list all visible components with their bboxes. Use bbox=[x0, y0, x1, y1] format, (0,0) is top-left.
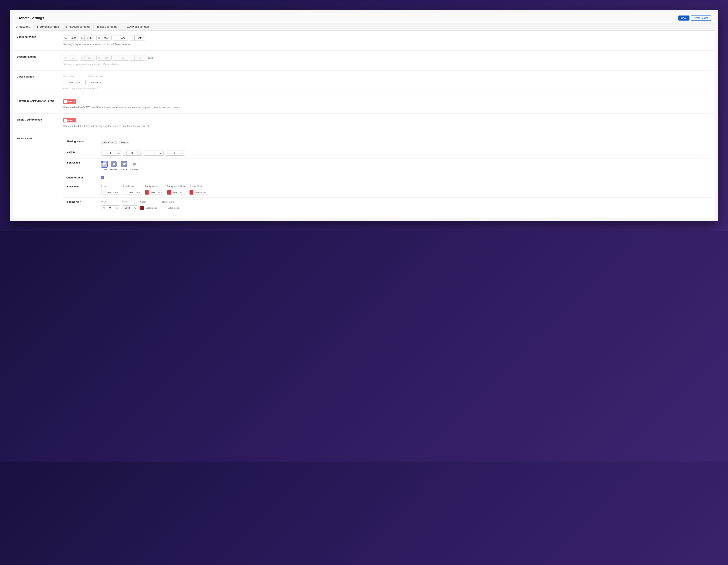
twitter-icon bbox=[101, 161, 107, 167]
arrow-right-icon: → bbox=[123, 151, 127, 155]
section-padding-laptop bbox=[80, 55, 95, 61]
sharing-media-label: Sharing Media bbox=[66, 140, 101, 143]
svg-rect-8 bbox=[115, 37, 116, 39]
sharing-media-tags[interactable]: Facebook× Twitter× bbox=[101, 140, 708, 145]
tab-general[interactable]: GENERAL bbox=[13, 23, 33, 31]
reset-section-button[interactable]: Reset Section bbox=[691, 15, 711, 21]
main-color-label: Main Color bbox=[63, 75, 82, 78]
tools-icon bbox=[16, 26, 18, 28]
laptop-icon bbox=[80, 55, 85, 60]
section-padding-desktop bbox=[63, 55, 78, 61]
desktop-icon bbox=[63, 35, 68, 40]
svg-rect-1 bbox=[65, 27, 67, 27]
single-country-label: Single Country Mode bbox=[17, 118, 63, 127]
container-width-mobile-input[interactable] bbox=[135, 35, 145, 40]
svg-rect-14 bbox=[98, 57, 100, 58]
tab-page[interactable]: PAGE SETTINGS bbox=[94, 23, 120, 30]
container-width-desktop-input[interactable] bbox=[68, 35, 78, 40]
svg-rect-7 bbox=[98, 37, 100, 39]
margin-left[interactable]: ← px bbox=[165, 150, 185, 155]
recaptcha-desc: When enabled, reCAPTCHA will be activate… bbox=[63, 106, 711, 109]
single-country-desc: When enabled, the forms will display onl… bbox=[63, 125, 711, 127]
list-icon bbox=[65, 26, 68, 28]
container-width-desc: Set plugin pages container maximum width… bbox=[63, 43, 711, 46]
icon-hover-color-picker[interactable]: Select Color bbox=[123, 190, 142, 195]
container-width-tablet-portrait-input[interactable] bbox=[118, 35, 128, 40]
section-padding-mobile bbox=[130, 55, 145, 61]
save-button[interactable]: Save bbox=[678, 15, 689, 21]
icon-shape-square[interactable]: Square bbox=[121, 161, 127, 170]
container-width-laptop[interactable] bbox=[80, 35, 95, 41]
main-border-color-label: Main Border Color bbox=[85, 75, 104, 78]
background-hover-color-picker[interactable]: Select Color bbox=[167, 190, 186, 195]
container-width-label: Container Width bbox=[17, 35, 63, 46]
icon-shape-icon-only[interactable]: Icon only bbox=[130, 161, 138, 170]
page-icon bbox=[97, 26, 99, 28]
section-padding-desc: Set plugin pages section padding in diff… bbox=[63, 63, 711, 66]
drop-icon bbox=[36, 26, 39, 28]
icon-color-picker[interactable]: Select Color bbox=[101, 190, 120, 195]
border-width-input[interactable]: ⬚ px bbox=[101, 205, 119, 210]
tab-request[interactable]: REQUEST SETTINGS bbox=[62, 23, 94, 30]
tablet-portrait-icon bbox=[113, 35, 118, 40]
tag-remove-icon[interactable]: × bbox=[114, 141, 115, 143]
sliders-icon bbox=[124, 26, 126, 28]
tablet-portrait-icon bbox=[113, 55, 118, 60]
margin-bottom[interactable]: ↓ px bbox=[144, 150, 164, 155]
container-width-tablet-portrait[interactable] bbox=[113, 35, 128, 41]
tag-remove-icon[interactable]: × bbox=[127, 141, 128, 143]
border-hover-color-picker-2[interactable]: Select Color bbox=[162, 205, 181, 210]
tab-donor[interactable]: DONOR SETTINGS bbox=[33, 23, 62, 30]
mobile-icon bbox=[130, 35, 135, 40]
container-width-desktop[interactable] bbox=[63, 35, 78, 41]
mobile-icon bbox=[130, 55, 135, 60]
tab-advance[interactable]: ADVANCE SETTINGS bbox=[120, 23, 152, 30]
icon-shape-circle[interactable]: Circle bbox=[101, 161, 107, 170]
container-width-tablet-landscape[interactable] bbox=[96, 35, 112, 41]
margin-top[interactable]: ↑ px bbox=[101, 150, 121, 155]
color-settings-desc: Basic color palette for elements bbox=[63, 87, 711, 90]
background-color-picker[interactable]: Select Color bbox=[145, 190, 164, 195]
toggle-knob bbox=[64, 100, 67, 103]
tablet-landscape-icon bbox=[97, 35, 101, 40]
main-border-color-picker[interactable]: Select Color bbox=[85, 80, 104, 85]
tabs-bar: GENERAL DONOR SETTINGS REQUEST SETTINGS … bbox=[13, 23, 715, 31]
single-country-toggle[interactable]: DISABLE bbox=[63, 118, 76, 122]
border-hover-color-picker[interactable]: Select Color bbox=[189, 190, 208, 195]
svg-rect-2 bbox=[65, 27, 67, 28]
twitter-icon bbox=[121, 161, 127, 167]
recaptcha-toggle[interactable]: DISABLE bbox=[63, 99, 76, 104]
border-style-select[interactable]: Solid bbox=[122, 205, 137, 210]
icon-shape-rounded[interactable]: Rounded bbox=[110, 161, 118, 170]
color-swatch bbox=[86, 80, 89, 85]
svg-rect-5 bbox=[81, 37, 83, 38]
border-color-picker[interactable]: Select Color bbox=[140, 205, 159, 210]
icon-border-label: Icon Border bbox=[66, 200, 101, 203]
page-title: IDonate Settings bbox=[17, 16, 44, 20]
social-share-label: Social Share bbox=[17, 137, 63, 213]
tag-twitter: Twitter× bbox=[118, 141, 129, 144]
container-width-mobile[interactable] bbox=[130, 35, 145, 41]
border-icon: ⬚ bbox=[101, 205, 106, 210]
container-width-tablet-landscape-input[interactable] bbox=[101, 35, 111, 40]
section-padding-label: Section Padding bbox=[17, 55, 63, 66]
main-color-picker[interactable]: Select Color bbox=[63, 80, 82, 85]
tablet-landscape-icon bbox=[97, 55, 101, 60]
svg-rect-3 bbox=[64, 37, 67, 38]
recaptcha-label: Activate reCAPTCHA for Forms bbox=[17, 99, 63, 109]
margin-label: Margin bbox=[66, 150, 101, 153]
custom-color-label: Custom Color bbox=[66, 176, 101, 179]
svg-rect-16 bbox=[132, 57, 133, 59]
container-width-laptop-input[interactable] bbox=[85, 35, 95, 40]
svg-rect-0 bbox=[65, 26, 67, 27]
svg-rect-15 bbox=[115, 57, 116, 59]
svg-rect-10 bbox=[64, 57, 67, 58]
custom-color-checkbox[interactable] bbox=[101, 176, 104, 179]
margin-right[interactable]: → px bbox=[123, 150, 142, 155]
icon-shape-label: Icon Shape bbox=[66, 161, 101, 164]
color-swatch bbox=[63, 80, 67, 85]
tag-facebook: Facebook× bbox=[102, 141, 117, 144]
laptop-icon bbox=[80, 35, 85, 40]
desktop-icon bbox=[63, 55, 68, 60]
arrow-left-icon: ← bbox=[165, 151, 169, 155]
